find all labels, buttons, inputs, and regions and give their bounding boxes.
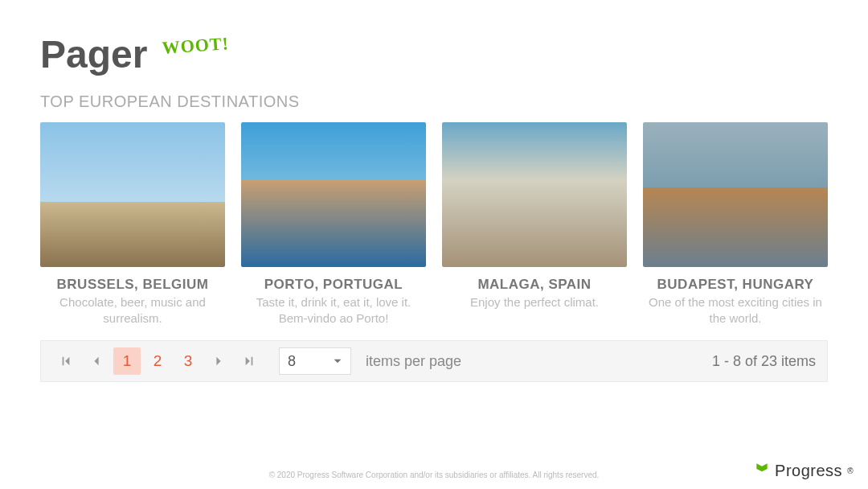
destination-card[interactable]: BRUSSELS, BELGIUM Chocolate, beer, music…: [40, 122, 225, 326]
footer-copyright: © 2020 Progress Software Corporation and…: [0, 471, 868, 479]
chevron-down-icon: [333, 353, 342, 370]
section-title: TOP EUROPEAN DESTINATIONS: [0, 92, 868, 122]
page-size-value: 8: [288, 353, 296, 370]
page-size-select[interactable]: 8: [279, 347, 351, 375]
woot-badge: WOOT!: [162, 33, 230, 59]
pager-info: 1 - 8 of 23 items: [712, 353, 816, 370]
page-number-2[interactable]: 2: [144, 347, 171, 375]
destination-title: BRUSSELS, BELGIUM: [40, 277, 225, 293]
destination-desc: One of the most exciting cities in the w…: [643, 294, 828, 326]
pager: 1 2 3 8 items per page 1 - 8 of 23 items: [40, 340, 828, 382]
destination-desc: Taste it, drink it, eat it, love it. Bem…: [241, 294, 426, 326]
destination-image: [643, 122, 828, 267]
destination-card[interactable]: BUDAPEST, HUNGARY One of the most exciti…: [643, 122, 828, 326]
destination-desc: Enjoy the perfect climat.: [442, 294, 627, 310]
page-number-1[interactable]: 1: [113, 347, 141, 375]
progress-icon: [754, 461, 770, 481]
destination-card[interactable]: PORTO, PORTUGAL Taste it, drink it, eat …: [241, 122, 426, 326]
destination-image: [241, 122, 426, 267]
brand-logo: Progress®: [754, 461, 854, 481]
prev-page-button[interactable]: [83, 347, 110, 375]
brand-text: Progress: [775, 462, 842, 480]
destination-title: BUDAPEST, HUNGARY: [643, 277, 828, 293]
destination-desc: Chocolate, beer, music and surrealism.: [40, 294, 225, 326]
destination-image: [40, 122, 225, 267]
items-per-page-label: items per page: [366, 353, 461, 370]
page-number-3[interactable]: 3: [174, 347, 202, 375]
first-page-button[interactable]: [52, 347, 80, 375]
destination-image: [442, 122, 627, 267]
page-title: Pager: [40, 32, 147, 76]
next-page-button[interactable]: [205, 347, 232, 375]
destination-title: PORTO, PORTUGAL: [241, 277, 426, 293]
destination-card[interactable]: MALAGA, SPAIN Enjoy the perfect climat.: [442, 122, 627, 326]
destination-cards: BRUSSELS, BELGIUM Chocolate, beer, music…: [0, 122, 868, 326]
last-page-button[interactable]: [235, 347, 263, 375]
destination-title: MALAGA, SPAIN: [442, 277, 627, 293]
